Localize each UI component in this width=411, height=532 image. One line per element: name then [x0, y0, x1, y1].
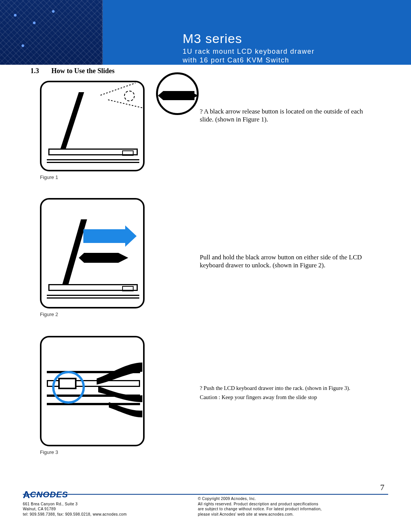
- addr-line1: 661 Brea Canyon Rd., Suite 3: [23, 502, 127, 507]
- figure-3-desc-line1: ? Push the LCD keyboard drawer into the …: [200, 385, 360, 391]
- figure-row-1: Figure 1 ? A black arrow release button …: [40, 81, 371, 185]
- header-band: M3 series 1U rack mount LCD keyboard dra…: [0, 0, 411, 65]
- figure-1-illustration: [40, 81, 145, 171]
- doc-series-title: M3 series: [183, 31, 242, 46]
- highlight-ring-icon: [52, 371, 85, 404]
- footer-right: © Copyright 2009 Acnodes, Inc. All right…: [198, 496, 388, 517]
- figure-2-wrap: Figure 2: [40, 198, 145, 317]
- page-number: 7: [380, 482, 384, 492]
- header-circuit-image: [0, 0, 103, 65]
- figure-2-illustration: [40, 198, 145, 308]
- brand-logo-mark: A: [23, 489, 30, 501]
- addr-line3: tel: 909.598.7388, fax: 909.598.0218, ww…: [23, 512, 127, 517]
- black-arrow-button-icon: [163, 91, 194, 100]
- section-number: 1.3: [30, 67, 39, 75]
- figure-1-caption: Figure 1: [40, 174, 145, 180]
- section-title: How to Use the Slides: [51, 67, 115, 75]
- figure-3-caption: Figure 3: [40, 449, 145, 455]
- copy-line4: please visit Acnodes' web site at www.ac…: [198, 512, 388, 517]
- section-heading: 1.3 How to Use the Slides: [30, 67, 115, 75]
- figure-3-wrap: Figure 3: [40, 336, 145, 455]
- doc-series-subtitle: 1U rack mount LCD keyboard drawer with 1…: [183, 47, 315, 64]
- figure-3-illustration: [40, 336, 145, 446]
- figure-2-caption: Figure 2: [40, 312, 145, 317]
- footer-left: ACNODES 661 Brea Canyon Rd., Suite 3 Wal…: [23, 489, 127, 517]
- subtitle-line2: with 16 port Cat6 KVM Switch: [183, 56, 289, 64]
- figure-2-description: Pull and hold the black arrow button on …: [200, 253, 363, 270]
- figure-1-leader-line: [87, 81, 144, 139]
- subtitle-line1: 1U rack mount LCD keyboard drawer: [183, 48, 315, 55]
- copy-line3: are subject to change without notice. Fo…: [198, 506, 388, 512]
- addr-line2: Walnut, CA 91789: [23, 506, 127, 512]
- figure-3-description: ? Push the LCD keyboard drawer into the …: [200, 385, 360, 401]
- figure-1-description: ? A black arrow release button is locate…: [200, 107, 363, 124]
- copy-line1: © Copyright 2009 Acnodes, Inc.: [198, 496, 388, 502]
- figure-3-desc-line2: Caution : Keep your fingers away from th…: [200, 394, 360, 401]
- figure-row-2: Figure 2 Pull and hold the black arrow b…: [40, 198, 371, 322]
- blue-arrow-icon: [83, 229, 125, 243]
- brand-logo-text: CNODES: [30, 490, 68, 499]
- page: M3 series 1U rack mount LCD keyboard dra…: [0, 0, 411, 532]
- brand-logo: ACNODES: [23, 489, 127, 501]
- figure-row-3: Figure 3 ? Push the LCD keyboard drawer …: [40, 336, 371, 460]
- footer-address: 661 Brea Canyon Rd., Suite 3 Walnut, CA …: [23, 502, 127, 517]
- hand-icon: [85, 360, 142, 417]
- figure-1-callout-circle: [156, 72, 199, 115]
- figure-1-wrap: Figure 1: [40, 81, 145, 180]
- black-arrow-button-icon: [84, 253, 118, 263]
- copy-line2: All rights reserved. Product description…: [198, 502, 388, 507]
